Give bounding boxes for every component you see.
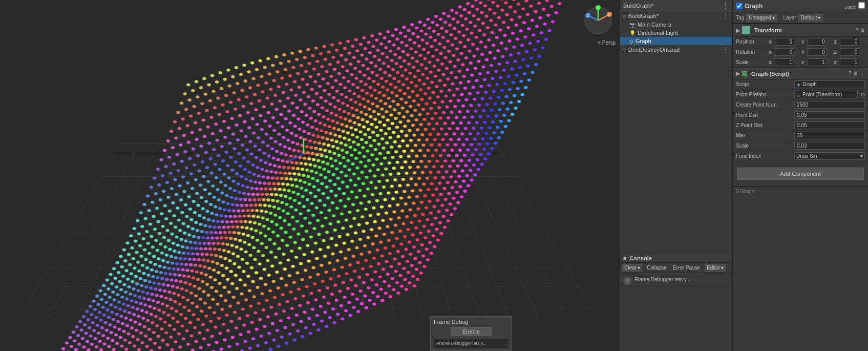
tag-dropdown[interactable]: Untagged ▾ xyxy=(746,14,777,22)
position-label: Position xyxy=(736,39,767,45)
transform-section-header[interactable]: ▶ Transform ? ⚙ xyxy=(733,24,868,37)
hierarchy-items-list: ≡ BuildGraph* ⋮📷 Main Camera 💡 Direction… xyxy=(620,11,732,54)
point-dist-input[interactable] xyxy=(794,111,865,119)
scale-x-input[interactable] xyxy=(775,58,794,66)
viewport[interactable]: X Y Z < Persp Frame Debug Enable Frame D… xyxy=(0,0,620,351)
hierarchy-item-build-graph[interactable]: ≡ BuildGraph* ⋮ xyxy=(620,11,732,20)
position-x-axis: X xyxy=(769,39,774,45)
func-index-select[interactable]: Draw Sin ▾ xyxy=(794,152,865,160)
graph-script-section-header[interactable]: ▶ Graph (Script) ? ⚙ ⋮ xyxy=(733,68,868,79)
rotation-row: Rotation X Y Z xyxy=(733,47,868,57)
hierarchy-item-menu[interactable]: ⋮ xyxy=(723,46,729,53)
layer-dropdown[interactable]: Default ▾ xyxy=(798,14,823,22)
graph-script-settings-icon[interactable]: ⚙ xyxy=(853,71,858,76)
position-z-input[interactable] xyxy=(840,38,859,46)
static-checkbox[interactable] xyxy=(858,2,865,9)
hierarchy-menu-icon[interactable]: ⋮ xyxy=(722,2,729,9)
orientation-gizmo[interactable]: X Y Z xyxy=(583,5,613,36)
layer-label: Layer xyxy=(784,15,796,20)
scale-x-axis: X xyxy=(769,60,774,65)
transform-actions: ? ⚙ xyxy=(855,28,865,33)
position-x-input[interactable] xyxy=(775,38,794,46)
add-component-button[interactable]: Add Component xyxy=(737,168,864,180)
scale-y-axis: Y xyxy=(801,60,807,65)
hierarchy-item-label: Directional Light xyxy=(638,30,678,36)
point-prefabs-value-field[interactable]: △ Point (Transform) xyxy=(794,91,858,98)
max-row: Max xyxy=(733,131,868,141)
object-count-row: 0 Graph xyxy=(733,186,868,196)
rotation-y-input[interactable] xyxy=(808,48,827,56)
position-fields: X Y Z xyxy=(769,38,865,46)
transform-icon xyxy=(742,26,750,34)
position-y-field: Y xyxy=(801,38,833,46)
tag-label: Tag xyxy=(736,15,744,20)
scale-fields: X Y Z xyxy=(769,58,865,66)
console-clear-chevron: ▾ xyxy=(638,265,640,271)
rotation-z-input[interactable] xyxy=(840,48,859,56)
graph-script-checkbox[interactable] xyxy=(742,71,747,76)
hierarchy-item-graph[interactable]: ◇ Graph xyxy=(620,37,732,45)
console-collapse-button[interactable]: Collapse xyxy=(645,264,668,271)
center-panel: BuildGraph* ⋮ ≡ BuildGraph* ⋮📷 Main Came… xyxy=(620,0,732,351)
scale-prop-input[interactable] xyxy=(794,142,865,150)
script-label: Script xyxy=(736,81,792,87)
graph-script-more-icon[interactable]: ⋮ xyxy=(860,71,865,76)
hierarchy-item-icon: 💡 xyxy=(629,30,636,36)
point-prefabs-row: Point Prefabs △ Point (Transform) ⊙ xyxy=(733,90,868,100)
point-dist-label: Point Dist xyxy=(736,112,792,118)
create-point-num-label: Create Point Num xyxy=(736,102,792,108)
script-value-field: ◈ Graph xyxy=(794,80,865,88)
console-toolbar: Clear ▾ Collapse Error Pause Editor ▾ xyxy=(620,263,732,273)
position-row: Position X Y Z xyxy=(733,37,868,47)
object-active-checkbox[interactable] xyxy=(736,3,743,9)
create-point-num-input[interactable] xyxy=(794,101,865,109)
hierarchy-item-label: Main Camera xyxy=(638,22,671,28)
scale-z-axis: Z xyxy=(834,60,839,65)
z-point-dist-input[interactable] xyxy=(794,121,865,129)
graph-script-help-icon[interactable]: ? xyxy=(848,71,851,76)
svg-text:Z: Z xyxy=(587,14,589,17)
point-prefabs-link-icon[interactable]: ⊙ xyxy=(861,92,865,97)
layer-value: Default xyxy=(801,15,817,20)
rotation-x-input[interactable] xyxy=(775,48,794,56)
console-editor-dropdown[interactable]: Editor ▾ xyxy=(705,264,726,272)
graph-mesh-canvas xyxy=(0,0,620,351)
console-clear-dropdown[interactable]: Clear ▾ xyxy=(622,264,642,272)
svg-text:Y: Y xyxy=(597,6,600,10)
graph-script-title: Graph (Script) xyxy=(751,71,789,77)
rotation-label: Rotation xyxy=(736,49,767,55)
frame-debug-panel: Frame Debug Enable Frame Debugger lets y… xyxy=(430,316,512,351)
tag-chevron: ▾ xyxy=(772,15,775,20)
rotation-z-axis: Z xyxy=(834,50,839,55)
layer-chevron: ▾ xyxy=(818,15,820,20)
scale-y-input[interactable] xyxy=(808,58,827,66)
scale-z-input[interactable] xyxy=(840,58,859,66)
console-header: ≡ Console xyxy=(620,254,732,263)
console-icon: ≡ xyxy=(623,255,626,261)
script-icon: ◈ xyxy=(797,82,800,87)
max-input[interactable] xyxy=(794,132,865,139)
hierarchy-item-dontdestroyonload[interactable]: ≡ DontDestroyOnLoad ⋮ xyxy=(620,45,732,54)
hierarchy-item-directional-light[interactable]: 💡 Directional Light xyxy=(620,29,732,37)
hierarchy-item-label: DontDestroyOnLoad xyxy=(628,47,680,53)
hierarchy-item-label: Graph xyxy=(636,38,651,44)
console-editor-label: Editor xyxy=(707,265,720,271)
hierarchy-item-menu[interactable]: ⋮ xyxy=(723,12,729,19)
console-editor-chevron: ▾ xyxy=(721,265,724,271)
transform-help-icon[interactable]: ? xyxy=(855,28,858,33)
perspective-label[interactable]: < Persp xyxy=(598,40,616,46)
func-index-value: Draw Sin xyxy=(796,153,817,159)
point-prefabs-label: Point Prefabs xyxy=(736,92,792,97)
scale-prop-row: Scale xyxy=(733,141,868,151)
console-error-pause-button[interactable]: Error Pause xyxy=(671,264,702,271)
create-point-num-row: Create Point Num xyxy=(733,100,868,110)
frame-debug-enable-button[interactable]: Enable xyxy=(451,327,492,336)
hierarchy-item-main-camera[interactable]: 📷 Main Camera xyxy=(620,20,732,29)
transform-expand-icon: ▶ xyxy=(736,27,740,34)
transform-settings-icon[interactable]: ⚙ xyxy=(860,28,865,33)
position-y-input[interactable] xyxy=(808,38,827,46)
max-label: Max xyxy=(736,133,792,138)
graph-script-actions: ? ⚙ ⋮ xyxy=(848,71,865,76)
hierarchy-title: BuildGraph* xyxy=(623,3,653,9)
script-value: Graph xyxy=(802,81,817,87)
